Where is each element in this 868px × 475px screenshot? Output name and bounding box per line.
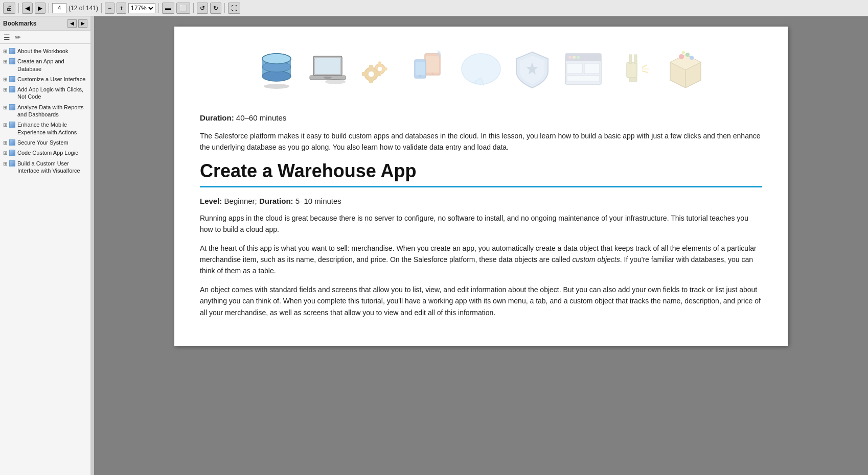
sidebar-item-customize-ui[interactable]: ⊞ Customize a User Interface	[0, 74, 90, 84]
fullscreen-button[interactable]: ⛶	[228, 3, 240, 14]
sidebar-title: Bookmarks	[3, 20, 36, 27]
toolbar: 🖨 ◀ ▶ (12 of 141) − + 177% 100% 150% 200…	[0, 0, 868, 16]
item-icons	[9, 160, 15, 167]
tablet-icon	[404, 47, 455, 93]
sidebar-item-analyze-data[interactable]: ⊞ Analyze Data with Reports and Dashboar…	[0, 102, 90, 120]
sidebar-expand-button[interactable]: ▶	[78, 19, 87, 28]
bookmark-icon	[9, 48, 15, 54]
paragraph-2: At the heart of this app is what you wan…	[200, 243, 762, 277]
svg-rect-40	[567, 76, 600, 82]
expand-icon: ⊞	[3, 139, 7, 146]
expand-icon: ⊞	[3, 86, 7, 93]
item-icons	[9, 122, 15, 128]
item-icons	[9, 104, 15, 110]
svg-point-22	[368, 71, 374, 77]
bookmark-icon	[9, 104, 15, 110]
sidebar-item-visualforce[interactable]: ⊞ Build a Custom User Interface with Vis…	[0, 158, 90, 176]
separator3	[101, 3, 102, 13]
pdf-content[interactable]: Duration: 40–60 minutes The Salesforce p…	[94, 16, 868, 475]
duration2-value: 5–10 minutes	[295, 197, 341, 205]
fit-page-button[interactable]: ▬	[162, 3, 174, 14]
level-label: Level:	[200, 197, 222, 205]
item-label: Create an App and Database	[17, 58, 88, 73]
svg-point-58	[690, 56, 694, 60]
window-icon	[558, 47, 609, 93]
bookmark-icon	[9, 122, 15, 128]
svg-rect-45	[629, 55, 632, 64]
sidebar-item-code-logic[interactable]: ⊞ Code Custom App Logic	[0, 148, 90, 158]
fit-width-button[interactable]: ⬜	[176, 3, 190, 14]
section-title: Create a Warehouse App	[200, 160, 762, 182]
puzzle-icon	[609, 47, 660, 93]
svg-rect-39	[584, 63, 600, 74]
main-area: Bookmarks ◀ ▶ ☰ ✏ ⊞ About the Workbook ⊞	[0, 16, 868, 475]
separator	[18, 3, 19, 13]
item-label: Analyze Data with Reports and Dashboards	[17, 104, 88, 118]
forward-button[interactable]: ▶	[35, 3, 45, 14]
level-value: Beginner;	[224, 197, 257, 205]
svg-rect-47	[629, 78, 637, 82]
duration-line: Duration: 40–60 minutes	[200, 113, 762, 122]
sidebar-item-mobile[interactable]: ⊞ Enhance the Mobile Experience with Act…	[0, 120, 90, 137]
sidebar-collapse-button[interactable]: ◀	[67, 19, 77, 28]
sidebar-item-create-app[interactable]: ⊞ Create an App and Database	[0, 56, 90, 74]
page-total: (12 of 141)	[68, 5, 98, 12]
sidebar-item-add-logic[interactable]: ⊞ Add App Logic with Clicks, Not Code	[0, 84, 90, 102]
level-line: Level: Beginner; Duration: 5–10 minutes	[200, 197, 762, 205]
item-label: Secure Your System	[17, 139, 88, 146]
zoom-out-button[interactable]: −	[105, 3, 115, 14]
svg-rect-38	[567, 63, 582, 74]
zoom-select[interactable]: 177% 100% 150% 200%	[128, 3, 155, 13]
item-label: Code Custom App Logic	[17, 149, 88, 156]
bookmark-icon	[9, 86, 15, 92]
item-icons	[9, 76, 15, 82]
item-icons	[9, 58, 15, 64]
svg-point-32	[419, 75, 421, 77]
expand-icon: ⊞	[3, 76, 7, 83]
speech-bubble-icon	[455, 47, 507, 93]
pdf-page: Duration: 40–60 minutes The Salesforce p…	[174, 27, 788, 346]
zoom-in-button[interactable]: +	[117, 3, 126, 14]
expand-icon: ⊞	[3, 160, 7, 167]
back-button[interactable]: ◀	[22, 3, 33, 14]
undo-button[interactable]: ↻	[210, 3, 221, 14]
svg-line-48	[642, 65, 647, 67]
svg-rect-28	[426, 56, 439, 73]
expand-icon: ⊞	[3, 58, 7, 65]
rewind-button[interactable]: ↺	[197, 3, 208, 14]
sidebar-header: Bookmarks ◀ ▶	[0, 16, 90, 31]
sidebar-item-secure[interactable]: ⊞ Secure Your System	[0, 137, 90, 148]
section-divider	[200, 186, 762, 187]
separator5	[193, 3, 194, 13]
sidebar-item-about[interactable]: ⊞ About the Workbook	[0, 46, 90, 56]
page-input[interactable]	[52, 3, 66, 13]
svg-rect-23	[369, 65, 373, 68]
paragraph-3: An object comes with standard fields and…	[200, 284, 762, 318]
bookmark-icon	[9, 160, 15, 167]
item-icons	[9, 150, 15, 156]
separator6	[224, 3, 225, 13]
paragraph-1: Running apps in the cloud is great becau…	[200, 212, 762, 235]
svg-point-56	[679, 54, 684, 59]
item-label: Build a Custom User Interface with Visua…	[17, 160, 88, 175]
expand-icon: ⊞	[3, 104, 7, 111]
sidebar-controls: ◀ ▶	[67, 19, 87, 28]
bookmark-icon	[9, 76, 15, 82]
sidebar: Bookmarks ◀ ▶ ☰ ✏ ⊞ About the Workbook ⊞	[0, 16, 91, 475]
duration-label: Duration:	[200, 113, 234, 122]
svg-line-49	[642, 71, 648, 73]
expand-icon: ⊞	[3, 122, 7, 128]
svg-point-14	[377, 66, 382, 72]
sidebar-menu-button[interactable]: ☰	[2, 33, 12, 42]
separator2	[49, 3, 49, 13]
svg-rect-25	[362, 72, 366, 76]
item-label: Enhance the Mobile Experience with Actio…	[17, 121, 88, 136]
svg-point-42	[573, 56, 576, 59]
svg-point-11	[324, 77, 332, 79]
sidebar-edit-button[interactable]: ✏	[13, 33, 22, 42]
svg-rect-31	[416, 62, 425, 75]
intro-paragraph: The Salesforce platform makes it easy to…	[200, 130, 762, 153]
print-button[interactable]: 🖨	[3, 3, 15, 14]
sidebar-toolbar: ☰ ✏	[0, 31, 90, 44]
gears-icon	[353, 47, 404, 93]
